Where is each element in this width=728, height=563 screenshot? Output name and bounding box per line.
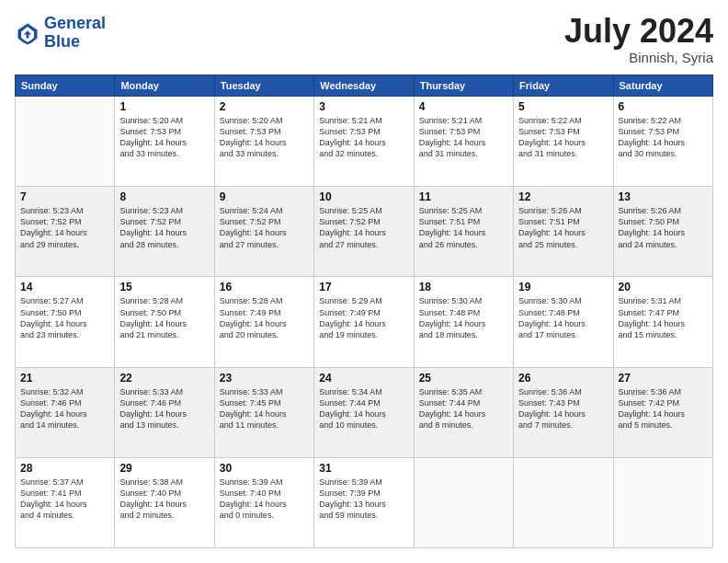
day-info: Sunrise: 5:38 AM Sunset: 7:40 PM Dayligh… xyxy=(119,477,209,522)
day-number: 28 xyxy=(20,462,109,475)
day-number: 24 xyxy=(319,372,408,385)
day-number: 19 xyxy=(518,281,608,293)
calendar-cell: 29Sunrise: 5:38 AM Sunset: 7:40 PM Dayli… xyxy=(115,457,214,547)
calendar-cell: 25Sunrise: 5:35 AM Sunset: 7:44 PM Dayli… xyxy=(414,367,513,457)
day-info: Sunrise: 5:29 AM Sunset: 7:49 PM Dayligh… xyxy=(319,295,408,340)
day-number: 22 xyxy=(119,372,209,385)
day-number: 4 xyxy=(419,100,508,113)
day-info: Sunrise: 5:21 AM Sunset: 7:53 PM Dayligh… xyxy=(419,115,508,160)
day-number: 17 xyxy=(319,281,408,293)
day-info: Sunrise: 5:39 AM Sunset: 7:39 PM Dayligh… xyxy=(319,477,408,522)
day-header-thursday: Thursday xyxy=(414,75,513,97)
calendar-cell: 27Sunrise: 5:36 AM Sunset: 7:42 PM Dayli… xyxy=(613,367,712,457)
header: General Blue July 2024 Binnish, Syria xyxy=(15,15,713,65)
title-block: July 2024 Binnish, Syria xyxy=(564,15,713,65)
calendar-cell xyxy=(613,457,712,547)
calendar-cell: 19Sunrise: 5:30 AM Sunset: 7:48 PM Dayli… xyxy=(514,277,613,367)
calendar-cell: 12Sunrise: 5:26 AM Sunset: 7:51 PM Dayli… xyxy=(514,187,613,277)
day-number: 6 xyxy=(619,100,708,113)
day-info: Sunrise: 5:34 AM Sunset: 7:44 PM Dayligh… xyxy=(319,386,408,431)
calendar-cell: 22Sunrise: 5:33 AM Sunset: 7:46 PM Dayli… xyxy=(115,367,214,457)
day-info: Sunrise: 5:32 AM Sunset: 7:46 PM Dayligh… xyxy=(20,386,109,431)
day-number: 2 xyxy=(220,100,309,113)
day-info: Sunrise: 5:23 AM Sunset: 7:52 PM Dayligh… xyxy=(20,205,109,250)
calendar-cell: 17Sunrise: 5:29 AM Sunset: 7:49 PM Dayli… xyxy=(314,277,414,367)
location: Binnish, Syria xyxy=(564,50,713,65)
day-number: 23 xyxy=(220,372,309,385)
day-number: 20 xyxy=(619,281,708,293)
day-info: Sunrise: 5:22 AM Sunset: 7:53 PM Dayligh… xyxy=(619,115,708,160)
day-number: 26 xyxy=(518,372,608,385)
day-header-monday: Monday xyxy=(115,75,214,97)
calendar-cell: 24Sunrise: 5:34 AM Sunset: 7:44 PM Dayli… xyxy=(314,367,414,457)
calendar-cell: 31Sunrise: 5:39 AM Sunset: 7:39 PM Dayli… xyxy=(314,457,414,547)
day-info: Sunrise: 5:37 AM Sunset: 7:41 PM Dayligh… xyxy=(20,477,109,522)
day-info: Sunrise: 5:26 AM Sunset: 7:50 PM Dayligh… xyxy=(619,205,708,250)
calendar-cell: 3Sunrise: 5:21 AM Sunset: 7:53 PM Daylig… xyxy=(314,97,414,187)
calendar-cell: 10Sunrise: 5:25 AM Sunset: 7:52 PM Dayli… xyxy=(314,187,414,277)
day-number: 31 xyxy=(319,462,408,475)
day-number: 14 xyxy=(20,281,109,293)
week-row-1: 1Sunrise: 5:20 AM Sunset: 7:53 PM Daylig… xyxy=(16,97,713,187)
day-number: 13 xyxy=(619,190,708,203)
calendar-cell: 23Sunrise: 5:33 AM Sunset: 7:45 PM Dayli… xyxy=(214,367,313,457)
day-info: Sunrise: 5:25 AM Sunset: 7:51 PM Dayligh… xyxy=(419,205,508,250)
calendar-cell: 5Sunrise: 5:22 AM Sunset: 7:53 PM Daylig… xyxy=(514,97,613,187)
calendar-cell: 20Sunrise: 5:31 AM Sunset: 7:47 PM Dayli… xyxy=(613,277,712,367)
day-header-friday: Friday xyxy=(514,75,613,97)
day-info: Sunrise: 5:28 AM Sunset: 7:50 PM Dayligh… xyxy=(119,295,209,340)
week-row-5: 28Sunrise: 5:37 AM Sunset: 7:41 PM Dayli… xyxy=(16,457,713,547)
day-number: 25 xyxy=(419,372,508,385)
calendar-cell: 28Sunrise: 5:37 AM Sunset: 7:41 PM Dayli… xyxy=(16,457,115,547)
day-info: Sunrise: 5:35 AM Sunset: 7:44 PM Dayligh… xyxy=(419,386,508,431)
day-number: 11 xyxy=(419,190,508,203)
day-info: Sunrise: 5:26 AM Sunset: 7:51 PM Dayligh… xyxy=(518,205,608,250)
calendar-cell: 7Sunrise: 5:23 AM Sunset: 7:52 PM Daylig… xyxy=(16,187,115,277)
day-info: Sunrise: 5:20 AM Sunset: 7:53 PM Dayligh… xyxy=(119,115,209,160)
day-info: Sunrise: 5:33 AM Sunset: 7:46 PM Dayligh… xyxy=(119,386,209,431)
calendar-cell: 2Sunrise: 5:20 AM Sunset: 7:53 PM Daylig… xyxy=(214,97,313,187)
day-number: 29 xyxy=(119,462,209,475)
day-number: 5 xyxy=(518,100,608,113)
day-number: 1 xyxy=(119,100,209,113)
day-number: 18 xyxy=(419,281,508,293)
calendar-cell: 4Sunrise: 5:21 AM Sunset: 7:53 PM Daylig… xyxy=(414,97,513,187)
calendar-cell: 1Sunrise: 5:20 AM Sunset: 7:53 PM Daylig… xyxy=(115,97,214,187)
calendar-cell: 11Sunrise: 5:25 AM Sunset: 7:51 PM Dayli… xyxy=(414,187,513,277)
day-number: 7 xyxy=(20,190,109,203)
day-number: 16 xyxy=(220,281,309,293)
day-number: 21 xyxy=(20,372,109,385)
day-number: 30 xyxy=(220,462,309,475)
day-number: 3 xyxy=(319,100,408,113)
calendar-cell xyxy=(514,457,613,547)
day-info: Sunrise: 5:21 AM Sunset: 7:53 PM Dayligh… xyxy=(319,115,408,160)
day-number: 15 xyxy=(119,281,209,293)
calendar-cell xyxy=(16,97,115,187)
calendar-cell: 26Sunrise: 5:36 AM Sunset: 7:43 PM Dayli… xyxy=(514,367,613,457)
day-info: Sunrise: 5:36 AM Sunset: 7:42 PM Dayligh… xyxy=(619,386,708,431)
day-info: Sunrise: 5:31 AM Sunset: 7:47 PM Dayligh… xyxy=(619,295,708,340)
day-info: Sunrise: 5:36 AM Sunset: 7:43 PM Dayligh… xyxy=(518,386,608,431)
calendar-cell: 16Sunrise: 5:28 AM Sunset: 7:49 PM Dayli… xyxy=(214,277,313,367)
week-row-2: 7Sunrise: 5:23 AM Sunset: 7:52 PM Daylig… xyxy=(16,187,713,277)
week-row-4: 21Sunrise: 5:32 AM Sunset: 7:46 PM Dayli… xyxy=(16,367,713,457)
day-info: Sunrise: 5:23 AM Sunset: 7:52 PM Dayligh… xyxy=(119,205,209,250)
calendar-cell: 15Sunrise: 5:28 AM Sunset: 7:50 PM Dayli… xyxy=(115,277,214,367)
calendar: SundayMondayTuesdayWednesdayThursdayFrid… xyxy=(15,75,713,548)
logo-icon xyxy=(15,20,40,46)
day-header-sunday: Sunday xyxy=(16,75,115,97)
day-number: 8 xyxy=(119,190,209,203)
calendar-cell: 18Sunrise: 5:30 AM Sunset: 7:48 PM Dayli… xyxy=(414,277,513,367)
day-info: Sunrise: 5:22 AM Sunset: 7:53 PM Dayligh… xyxy=(518,115,608,160)
logo: General Blue xyxy=(15,15,106,52)
day-info: Sunrise: 5:28 AM Sunset: 7:49 PM Dayligh… xyxy=(220,295,309,340)
calendar-cell: 21Sunrise: 5:32 AM Sunset: 7:46 PM Dayli… xyxy=(16,367,115,457)
calendar-cell: 8Sunrise: 5:23 AM Sunset: 7:52 PM Daylig… xyxy=(115,187,214,277)
day-info: Sunrise: 5:24 AM Sunset: 7:52 PM Dayligh… xyxy=(220,205,309,250)
day-number: 27 xyxy=(619,372,708,385)
day-header-wednesday: Wednesday xyxy=(314,75,414,97)
day-info: Sunrise: 5:30 AM Sunset: 7:48 PM Dayligh… xyxy=(518,295,608,340)
day-header-saturday: Saturday xyxy=(613,75,712,97)
logo-text: General Blue xyxy=(44,15,106,52)
day-info: Sunrise: 5:39 AM Sunset: 7:40 PM Dayligh… xyxy=(220,477,309,522)
